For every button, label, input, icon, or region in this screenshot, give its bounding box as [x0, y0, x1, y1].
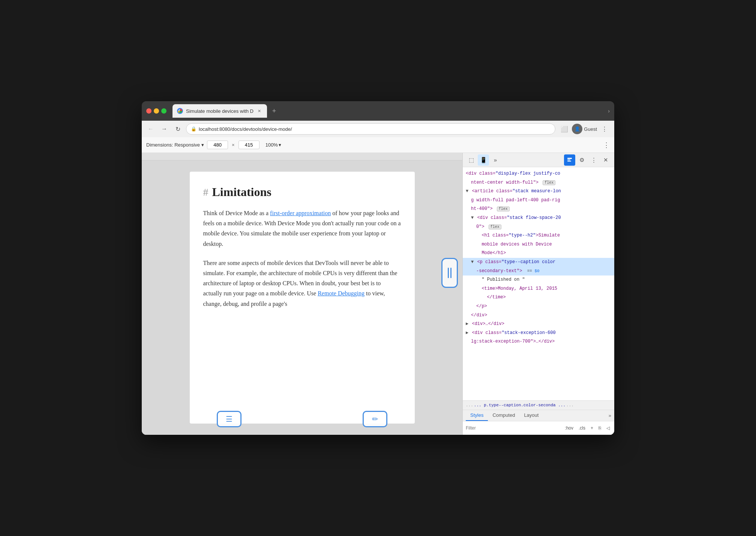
nav-bar: ← → ↻ 🔒 localhost:8080/docs/devtools/dev…	[142, 121, 614, 137]
tab-close-button[interactable]: ✕	[256, 108, 262, 114]
add-style-button[interactable]: +	[589, 425, 595, 431]
flex-badge-1: flex	[543, 180, 555, 185]
tab-styles[interactable]: Styles	[466, 410, 488, 421]
para1-text: Think of Device Mode as a	[203, 210, 270, 216]
scroll-line-1	[448, 268, 449, 278]
paragraph-1: Think of Device Mode as a first-order ap…	[203, 208, 401, 249]
minimize-traffic-light[interactable]	[154, 108, 159, 114]
avatar-icon: 👤	[574, 126, 580, 132]
breadcrumb-sep-2: ...	[566, 403, 574, 407]
devtools-panel: ⬚ 📱 » ⚙ ⋮ ✕ <div class="displa	[462, 153, 614, 435]
html-tag-11: <p class="type--caption color	[477, 259, 555, 265]
tree-line-16: </p>	[463, 302, 614, 311]
toggle-button[interactable]: ◁	[605, 425, 611, 431]
html-tag-14: <time>Monday, April 13, 2015	[476, 286, 557, 291]
breadcrumb-item[interactable]: ... p.type--caption.color-seconda ...	[474, 403, 566, 407]
devtools-more-button[interactable]: ⋮	[588, 154, 599, 166]
tree-arrow-11[interactable]: ▼	[471, 259, 474, 265]
breadcrumb-sep-1: ...	[466, 403, 473, 407]
page-heading: # Limitations	[203, 185, 401, 199]
more-button[interactable]: ⋮	[598, 123, 610, 135]
tree-line-19: ▶ <div class="stack-exception-600	[463, 329, 614, 338]
tab-computed[interactable]: Computed	[488, 410, 519, 421]
html-tag-6: <div class="stack flow-space-20	[477, 215, 561, 220]
dimensions-label: Dimensions: Responsive	[146, 142, 200, 148]
tree-line-2: ntent-center width-full"> flex	[463, 178, 614, 187]
elements-icon	[567, 157, 572, 163]
elements-panel-button[interactable]	[564, 154, 575, 166]
tab-title: Simulate mobile devices with D	[186, 108, 254, 114]
html-tag-9: mobile devices with Device	[476, 242, 552, 247]
active-tab[interactable]: Simulate mobile devices with D ✕	[172, 104, 267, 118]
tree-arrow-19[interactable]: ▶	[466, 330, 468, 335]
svg-rect-3	[567, 158, 572, 159]
tree-line-10: Mode</h1>	[463, 249, 614, 258]
dimensions-select[interactable]: Dimensions: Responsive ▾	[146, 142, 204, 148]
page-content: # Limitations Think of Device Mode as a …	[142, 160, 462, 435]
maximize-traffic-light[interactable]	[161, 108, 166, 114]
bottom-overlay: ☰ ✏	[142, 411, 462, 427]
html-tag-18: <div>…</div>	[472, 321, 504, 326]
device-mode-button[interactable]: 📱	[478, 154, 489, 166]
tree-line-11[interactable]: ▼ <p class="type--caption color	[463, 258, 614, 267]
flex-badge-3: flex	[489, 225, 501, 229]
nav-actions: ⬜ 👤 Guest ⋮	[558, 123, 610, 135]
scroll-handle-lines	[448, 268, 452, 278]
hov-button[interactable]: :hov	[563, 425, 575, 431]
tree-line-17: </div>	[463, 311, 614, 320]
html-tag-16: </p>	[476, 304, 487, 309]
tree-line-18: ▶ <div>…</div>	[463, 320, 614, 329]
back-button[interactable]: ←	[146, 124, 156, 134]
tree-line-12[interactable]: -secondary-text"> == $0	[463, 267, 614, 276]
avatar-button[interactable]: 👤	[572, 124, 582, 134]
reload-button[interactable]: ↻	[172, 124, 183, 134]
edit-button[interactable]: ✏	[363, 411, 387, 427]
zoom-select[interactable]: 100% ▾	[266, 142, 281, 148]
tree-arrow-6[interactable]: ▼	[471, 215, 474, 220]
zoom-chevron-icon: ▾	[279, 142, 281, 148]
dimension-separator: ×	[232, 142, 235, 148]
more-tools-button[interactable]: »	[490, 154, 501, 166]
hamburger-button[interactable]: ☰	[217, 411, 242, 427]
flex-badge-2: flex	[497, 207, 510, 211]
tree-line-4: g width-full pad-left-400 pad-rig	[463, 196, 614, 205]
close-traffic-light[interactable]	[146, 108, 152, 114]
filter-input[interactable]	[466, 425, 561, 431]
copy-styles-button[interactable]: ⎘	[597, 425, 603, 431]
html-tree: <div class="display-flex justify-co nten…	[463, 167, 614, 400]
inspector-button[interactable]: ⬚	[466, 154, 477, 166]
tree-line-7: 0"> flex	[463, 223, 614, 232]
html-tag-1: <div class="display-flex justify-co	[466, 171, 560, 176]
first-order-link[interactable]: first-order approximation	[270, 210, 331, 216]
devtools-close-button[interactable]: ✕	[600, 154, 611, 166]
html-tag-10: Mode</h1>	[476, 250, 506, 256]
styles-tabs-more[interactable]: »	[609, 410, 611, 421]
tree-line-8: <h1 class="type--h2">Simulate	[463, 231, 614, 240]
height-input[interactable]	[238, 141, 260, 149]
tree-line-1: <div class="display-flex justify-co	[463, 169, 614, 178]
tree-line-5: ht-400"> flex	[463, 205, 614, 214]
bookmark-button[interactable]: ⬜	[558, 123, 570, 135]
tree-line-13: " Published on "	[463, 275, 614, 284]
toolbar-more-icon[interactable]: ⋮	[603, 141, 610, 149]
url-text: localhost:8080/docs/devtools/device-mode…	[199, 126, 292, 132]
devtools-toolbar: ⬚ 📱 » ⚙ ⋮ ✕	[463, 153, 614, 167]
tab-layout[interactable]: Layout	[519, 410, 543, 421]
forward-button[interactable]: →	[159, 124, 170, 134]
html-tag-2: ntent-center width-full">	[471, 180, 538, 185]
scroll-handle[interactable]	[441, 258, 458, 288]
tree-arrow-3[interactable]: ▼	[466, 189, 468, 194]
new-tab-button[interactable]: +	[268, 105, 280, 117]
tree-arrow-18[interactable]: ▶	[466, 321, 468, 326]
lock-icon: 🔒	[191, 126, 196, 132]
address-bar[interactable]: 🔒 localhost:8080/docs/devtools/device-mo…	[186, 123, 555, 135]
remote-debugging-link[interactable]: Remote Debugging	[318, 290, 364, 296]
html-tag-12: -secondary-text">	[476, 268, 522, 274]
cls-button[interactable]: .cls	[577, 425, 587, 431]
eq-badge: == $0	[527, 269, 540, 273]
tab-chevron-icon[interactable]: ›	[608, 108, 610, 114]
width-input[interactable]	[207, 141, 228, 149]
settings-button[interactable]: ⚙	[576, 154, 587, 166]
heading-hash: #	[203, 186, 208, 198]
paragraph-2: There are some aspects of mobile devices…	[203, 258, 401, 309]
